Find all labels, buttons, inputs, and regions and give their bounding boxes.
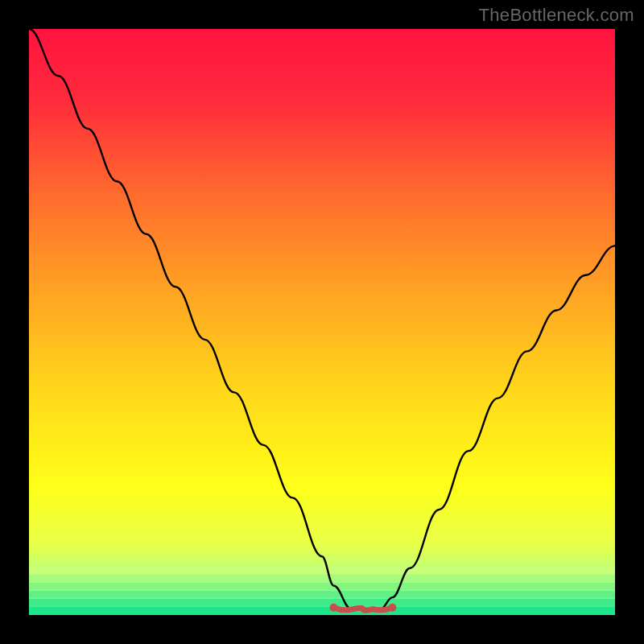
flat-segment-dot-left xyxy=(330,604,338,612)
watermark-text: TheBottleneck.com xyxy=(479,5,634,26)
curve-path xyxy=(29,29,615,609)
flat-segment xyxy=(334,608,393,611)
chart-frame: TheBottleneck.com xyxy=(0,0,644,644)
plot-area xyxy=(29,29,615,615)
flat-segment-dot-right xyxy=(388,604,396,612)
curve xyxy=(29,29,615,615)
